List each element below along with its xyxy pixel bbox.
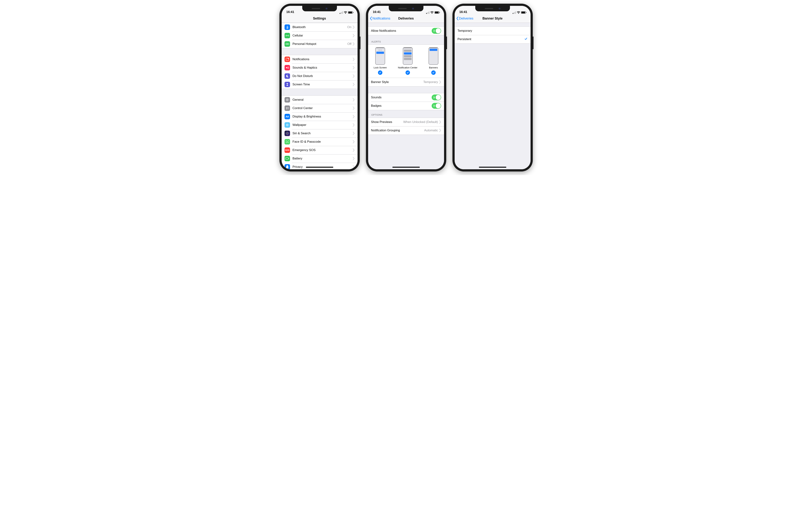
settings-list[interactable]: Bluetooth On Cellular Personal Hotspot O… — [282, 23, 357, 169]
notch — [302, 6, 337, 11]
row-label: Banner Style — [371, 80, 423, 84]
page-title: Banner Style — [482, 17, 502, 20]
row-display[interactable]: AA Display & Brightness — [282, 112, 357, 121]
chevron-right-icon — [353, 66, 355, 70]
controlcenter-icon — [284, 105, 290, 111]
svg-point-6 — [287, 99, 288, 100]
row-sounds[interactable]: Sounds — [368, 93, 444, 102]
row-faceid[interactable]: Face ID & Passcode — [282, 138, 357, 146]
row-screentime[interactable]: Screen Time — [282, 80, 357, 89]
row-label: Wallpaper — [293, 123, 353, 127]
row-label: Cellular — [293, 34, 353, 37]
row-hotspot[interactable]: Personal Hotspot Off — [282, 40, 357, 48]
row-value: When Unlocked (Default) — [403, 120, 438, 124]
row-privacy[interactable]: Privacy — [282, 163, 357, 169]
battery-icon — [284, 156, 290, 161]
chevron-right-icon — [353, 140, 355, 144]
alert-option-lockscreen[interactable]: 09:41 Lock Screen — [374, 47, 387, 75]
row-notification-grouping[interactable]: Notification Grouping Automatic — [368, 126, 444, 134]
svg-point-15 — [287, 133, 288, 134]
section-header-alerts: ALERTS — [368, 35, 444, 44]
chevron-right-icon — [353, 148, 355, 152]
wifi-icon — [517, 11, 520, 14]
wifi-icon — [344, 11, 347, 14]
row-cellular[interactable]: Cellular — [282, 31, 357, 40]
phone-banner-style: 16:41 Deliveries Banner Style Temporary — [453, 4, 533, 172]
svg-point-10 — [287, 108, 288, 109]
row-label: Badges — [371, 104, 431, 108]
chevron-right-icon — [353, 83, 355, 86]
cellular-icon — [284, 33, 290, 38]
chevron-right-icon — [353, 157, 355, 160]
alert-label: Banners — [429, 66, 438, 69]
chevron-right-icon — [353, 98, 355, 102]
row-dnd[interactable]: Do Not Disturb — [282, 72, 357, 80]
chevron-right-icon — [353, 165, 355, 169]
cellular-signal-icon — [426, 11, 429, 14]
row-notifications[interactable]: Notifications — [282, 55, 357, 64]
nav-bar: Settings — [282, 14, 357, 23]
hotspot-icon — [284, 41, 290, 47]
back-button[interactable]: Deliveries — [456, 14, 473, 23]
checkmark-icon — [524, 37, 528, 41]
row-general[interactable]: General — [282, 95, 357, 104]
row-bluetooth[interactable]: Bluetooth On — [282, 23, 357, 31]
deliveries-content[interactable]: Allow Notifications ALERTS 09:41 Lock Sc… — [368, 23, 444, 169]
lockscreen-preview-icon: 09:41 — [375, 47, 385, 65]
nav-bar: Notifications Deliveries — [368, 14, 444, 23]
row-sos[interactable]: SOS Emergency SOS — [282, 146, 357, 154]
alert-option-banners[interactable]: Banners — [428, 47, 438, 75]
checkmark-icon — [378, 70, 382, 75]
row-label: Emergency SOS — [293, 148, 353, 152]
row-controlcenter[interactable]: Control Center — [282, 104, 357, 112]
sounds-icon — [284, 65, 290, 70]
home-indicator[interactable] — [392, 167, 420, 168]
row-banner-style[interactable]: Banner Style Temporary — [368, 78, 444, 86]
toggle-sounds[interactable] — [431, 94, 441, 100]
row-label: Face ID & Passcode — [293, 140, 353, 144]
toggle-allow-notifications[interactable] — [431, 28, 441, 34]
row-label: Notification Grouping — [371, 129, 424, 132]
back-label: Deliveries — [459, 17, 473, 20]
row-value: Automatic — [424, 129, 438, 132]
banners-preview-icon — [428, 47, 438, 65]
svg-rect-19 — [288, 158, 289, 159]
toggle-badges[interactable] — [431, 103, 441, 109]
banner-style-content[interactable]: Temporary Persistent — [455, 23, 531, 169]
row-siri[interactable]: Siri & Search — [282, 129, 357, 138]
row-badges[interactable]: Badges — [368, 102, 444, 110]
faceid-icon — [284, 139, 290, 144]
home-indicator[interactable] — [306, 167, 333, 168]
privacy-icon — [284, 164, 290, 169]
row-battery[interactable]: Battery — [282, 154, 357, 163]
chevron-right-icon — [353, 115, 355, 119]
row-label: Display & Brightness — [293, 115, 353, 119]
status-time: 16:41 — [459, 10, 467, 14]
battery-icon — [521, 11, 526, 14]
sounds-badges-group: Sounds Badges — [368, 93, 444, 110]
row-sounds[interactable]: Sounds & Haptics — [282, 64, 357, 72]
svg-point-7 — [286, 107, 287, 108]
sos-icon: SOS — [284, 147, 290, 153]
bluetooth-icon — [284, 24, 290, 30]
wallpaper-icon — [284, 122, 290, 128]
svg-point-5 — [288, 58, 289, 59]
checkmark-icon — [406, 70, 410, 75]
row-label: Screen Time — [293, 83, 353, 86]
svg-rect-18 — [286, 158, 288, 159]
row-show-previews[interactable]: Show Previews When Unlocked (Default) — [368, 118, 444, 126]
alert-option-notification-center[interactable]: Notification Center — [398, 47, 418, 75]
option-persistent[interactable]: Persistent — [455, 35, 531, 43]
svg-point-16 — [286, 141, 287, 142]
home-indicator[interactable] — [479, 167, 506, 168]
back-button[interactable]: Notifications — [370, 14, 390, 23]
battery-icon — [435, 11, 439, 14]
row-value: Temporary — [423, 80, 438, 84]
chevron-right-icon — [439, 80, 441, 84]
option-temporary[interactable]: Temporary — [455, 26, 531, 35]
row-allow-notifications[interactable]: Allow Notifications — [368, 26, 444, 35]
settings-group-2: General Control Center AA Display & Brig… — [282, 95, 357, 169]
row-wallpaper[interactable]: Wallpaper — [282, 121, 357, 129]
allow-group: Allow Notifications — [368, 26, 444, 35]
display-icon: AA — [284, 114, 290, 119]
